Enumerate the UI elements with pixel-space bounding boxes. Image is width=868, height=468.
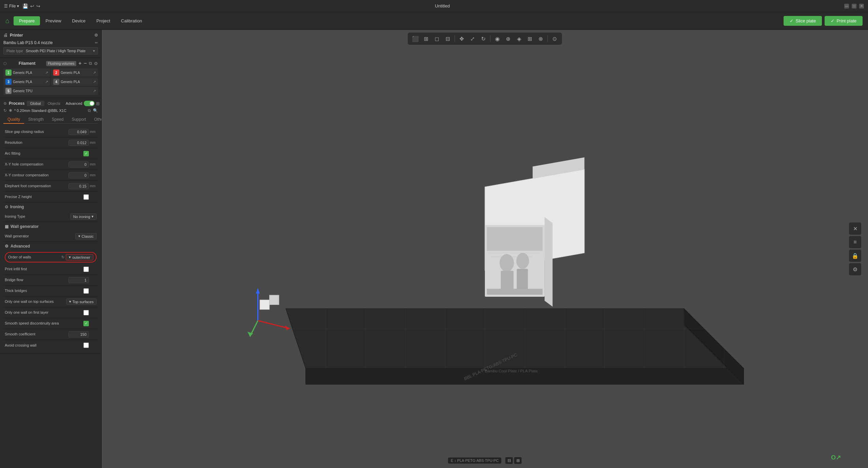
check-icon: ✓ [790, 18, 793, 23]
wall-gen-chevron: ▾ [78, 234, 80, 238]
one-wall-first-label: Only one wall on first layer [5, 310, 83, 315]
tab-speed[interactable]: Speed [48, 116, 68, 124]
arc-fitting-label: Arc fitting [5, 151, 83, 156]
add-filament-icon[interactable]: + [78, 60, 81, 66]
close-viewport-icon[interactable]: ✕ [849, 222, 861, 235]
flush-volumes-button[interactable]: Flushing volumes [46, 61, 77, 66]
filament-num-1: 1 [5, 70, 12, 76]
wall-gen-value: Classic [82, 234, 94, 238]
xy-contour-input[interactable]: 0 [68, 172, 89, 178]
one-wall-first-checkbox[interactable] [83, 310, 89, 315]
arc-fitting-row: Arc fitting ✓ [3, 148, 98, 159]
tab-strength[interactable]: Strength [24, 116, 47, 124]
printer-edit-icon[interactable]: ✏ [95, 41, 98, 45]
filament-item-4: 4 Generic PLA ↗ [51, 78, 98, 86]
bridge-flow-input[interactable]: 1 [68, 277, 89, 283]
filament-name-1: Generic PLA [13, 71, 44, 75]
tab-quality[interactable]: Quality [3, 116, 24, 124]
profile-copy-icon[interactable]: ⧉ [88, 108, 91, 113]
view-mode-1[interactable]: ⊟ [506, 457, 513, 464]
smooth-coeff-input[interactable]: 150 [68, 331, 89, 337]
project-tab[interactable]: Project [91, 16, 115, 25]
tab-objects[interactable]: Objects [44, 101, 64, 106]
device-tab[interactable]: Device [67, 16, 91, 25]
filament-ext-4[interactable]: ↗ [93, 80, 96, 84]
filament-item-2: 2 Generic PLA ↗ [51, 69, 98, 77]
xy-contour-label: X-Y contour compensation [5, 173, 68, 177]
resolution-row: Resolution 0.012 mm [3, 137, 98, 148]
tab-global[interactable]: Global [27, 101, 44, 106]
profile-search-icon[interactable]: 🔍 [93, 108, 98, 113]
calibration-tab[interactable]: Calibration [116, 16, 147, 25]
remove-filament-icon[interactable]: − [84, 60, 87, 66]
redo-icon[interactable]: ↪ [36, 3, 40, 9]
file-menu[interactable]: ☰ File ▾ [4, 4, 19, 8]
one-wall-top-value: Top surfaces [73, 300, 94, 304]
svg-rect-26 [270, 295, 279, 305]
resolution-input[interactable]: 0.012 [68, 140, 89, 146]
precise-z-label: Precise Z height [5, 194, 83, 199]
print-infill-row: Print infill first [3, 264, 98, 275]
print-plate-button[interactable]: ✓ Print plate [825, 16, 863, 26]
settings-viewport-icon[interactable]: ⚙ [849, 263, 861, 275]
plate-type-row[interactable]: Plate type Smooth PEI Plate / High Temp … [3, 47, 98, 55]
plate-type-label: Plate type [6, 49, 23, 53]
advanced-group-header[interactable]: ⚙ Advanced [3, 242, 98, 251]
elephant-input[interactable]: 0.15 [68, 183, 89, 189]
maximize-button[interactable]: □ [852, 4, 856, 8]
view-mode-2[interactable]: ⊞ [514, 457, 522, 464]
slice-plate-button[interactable]: ✓ Slice plate [784, 16, 822, 26]
preview-tab[interactable]: Preview [40, 16, 66, 25]
top-right-buttons: ✓ Slice plate ✓ Print plate [784, 16, 863, 26]
filament-ext-2[interactable]: ↗ [93, 71, 96, 75]
ironing-type-row: Ironing Type No ironing ▾ [3, 211, 98, 222]
tab-others[interactable]: Others [90, 116, 102, 124]
file-label[interactable]: File [9, 4, 16, 8]
filament-ext-1[interactable]: ↗ [45, 71, 48, 75]
avoid-crossing-checkbox[interactable] [83, 343, 89, 348]
filament-num-2: 2 [53, 70, 59, 76]
ironing-type-dropdown[interactable]: No ironing ▾ [70, 213, 97, 220]
tab-support[interactable]: Support [67, 116, 90, 124]
printer-section: 🖨 Printer ⚙ Bambu Lab P1S 0.4 nozzle ✏ P… [0, 30, 101, 58]
minimize-button[interactable]: — [844, 4, 849, 8]
process-layout-icon[interactable]: ⊞ [96, 101, 100, 106]
xy-hole-input[interactable]: 0 [68, 161, 89, 168]
precise-z-checkbox[interactable] [83, 194, 89, 200]
layer-icon[interactable]: ≡ [849, 236, 861, 248]
right-toolbar: ✕ ≡ 🔒 ⚙ [849, 222, 861, 275]
thick-bridges-checkbox[interactable] [83, 288, 89, 294]
filament-settings-icon[interactable]: ⚙ [94, 61, 98, 66]
save-icon[interactable]: 💾 [22, 3, 28, 9]
filament-ext-3[interactable]: ↗ [45, 80, 48, 84]
order-walls-dropdown[interactable]: ▾ outer/inner [66, 254, 93, 260]
wall-gen-header[interactable]: ▦ Wall generator [3, 222, 98, 231]
avoid-crossing-label: Avoid crossing wall [5, 343, 83, 348]
smooth-speed-checkbox[interactable]: ✓ [83, 321, 89, 326]
top-toolbar: ⌂ Prepare Preview Device Project Calibra… [0, 12, 868, 30]
one-wall-top-dropdown[interactable]: ▾ Top surfaces [66, 298, 97, 305]
slice-gap-input[interactable]: 0.049 [68, 129, 89, 135]
printer-name: Bambu Lab P1S 0.4 nozzle [3, 40, 53, 45]
wall-gen-dropdown[interactable]: ▾ Classic [75, 233, 97, 239]
home-icon[interactable]: ⌂ [5, 17, 9, 25]
ironing-header[interactable]: ⊙ Ironing [3, 202, 98, 211]
prepare-tab[interactable]: Prepare [14, 16, 40, 25]
close-button[interactable]: ✕ [859, 4, 864, 8]
viewport[interactable]: ⬛ ⊞ ◻ ⊟ ✥ ⤢ ↻ ◉ ⊕ ◈ ⊞ ⊗ ⊙ [102, 30, 868, 468]
filament-ext-5[interactable]: ↗ [93, 89, 96, 93]
order-walls-highlighted: Order of walls ↻ ▾ outer/inner [5, 252, 97, 262]
bridge-flow-row: Bridge flow 1 [3, 275, 98, 286]
lock-icon[interactable]: 🔒 [849, 250, 861, 262]
arc-fitting-checkbox[interactable]: ✓ [83, 151, 89, 156]
filament-icon: ⬡ [3, 61, 7, 66]
advanced-toggle-switch[interactable] [84, 101, 95, 106]
copy-filament-icon[interactable]: ⧉ [89, 61, 92, 66]
smooth-speed-row: Smooth speed discontinuity area ✓ [3, 318, 98, 329]
titlebar: ☰ File ▾ 💾 ↩ ↪ Untitled — □ ✕ [0, 0, 868, 12]
print-infill-checkbox[interactable] [83, 267, 89, 272]
svg-line-21 [258, 320, 290, 328]
undo-icon[interactable]: ↩ [30, 3, 34, 9]
printer-settings-icon[interactable]: ⚙ [94, 33, 98, 38]
smooth-speed-label: Smooth speed discontinuity area [5, 321, 83, 326]
